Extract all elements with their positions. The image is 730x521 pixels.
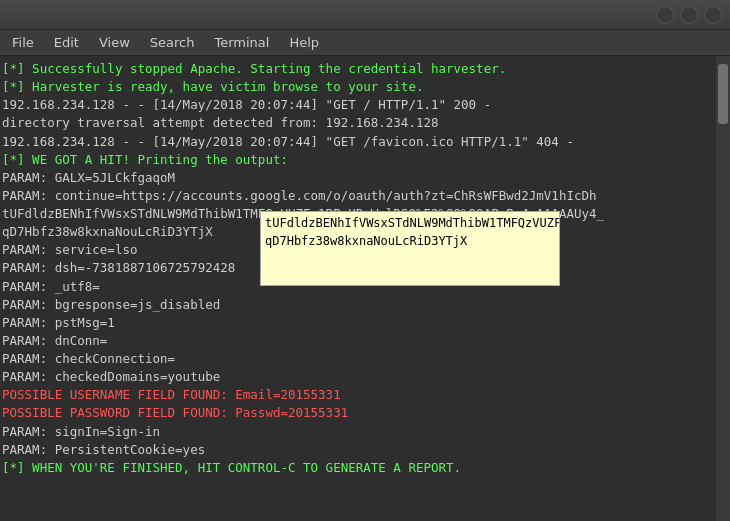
terminal-line: PARAM: PersistentCookie=yes: [2, 441, 714, 459]
menubar: FileEditViewSearchTerminalHelp: [0, 30, 730, 56]
terminal-line: POSSIBLE PASSWORD FIELD FOUND: Passwd=20…: [2, 404, 714, 422]
terminal-output[interactable]: [*] Successfully stopped Apache. Startin…: [0, 56, 716, 521]
menu-item-file[interactable]: File: [4, 33, 42, 52]
terminal-line: [*] Harvester is ready, have victim brow…: [2, 78, 714, 96]
close-button[interactable]: [704, 6, 722, 24]
scrollbar[interactable]: [716, 56, 730, 521]
terminal-line: directory traversal attempt detected fro…: [2, 114, 714, 132]
autocomplete-line: qD7Hbfz38w8kxnaNouLcRiD3YTjX: [265, 232, 555, 250]
autocomplete-popup: tUFdldzBENhIfVWsxSTdNLW9MdThibW1TMFQzVUZ…: [260, 211, 560, 286]
menu-item-edit[interactable]: Edit: [46, 33, 87, 52]
terminal-line: PARAM: GALX=5JLCkfgaqoM: [2, 169, 714, 187]
terminal-line: POSSIBLE USERNAME FIELD FOUND: Email=201…: [2, 386, 714, 404]
terminal-line: 192.168.234.128 - - [14/May/2018 20:07:4…: [2, 133, 714, 151]
menu-item-terminal[interactable]: Terminal: [206, 33, 277, 52]
minimize-button[interactable]: [656, 6, 674, 24]
menu-item-help[interactable]: Help: [281, 33, 327, 52]
terminal: [*] Successfully stopped Apache. Startin…: [0, 56, 730, 521]
maximize-button[interactable]: [680, 6, 698, 24]
terminal-line: [*] WE GOT A HIT! Printing the output:: [2, 151, 714, 169]
terminal-line: PARAM: dnConn=: [2, 332, 714, 350]
terminal-line: [*] WHEN YOU'RE FINISHED, HIT CONTROL-C …: [2, 459, 714, 477]
terminal-line: [*] Successfully stopped Apache. Startin…: [2, 60, 714, 78]
terminal-line: PARAM: continue=https://accounts.google.…: [2, 187, 714, 205]
menu-item-view[interactable]: View: [91, 33, 138, 52]
menu-item-search[interactable]: Search: [142, 33, 203, 52]
terminal-line: PARAM: pstMsg=1: [2, 314, 714, 332]
window-controls: [656, 6, 722, 24]
scroll-thumb[interactable]: [718, 64, 728, 124]
terminal-line: 192.168.234.128 - - [14/May/2018 20:07:4…: [2, 96, 714, 114]
terminal-line: PARAM: signIn=Sign-in: [2, 423, 714, 441]
autocomplete-line: tUFdldzBENhIfVWsxSTdNLW9MdThibW1TMFQzVUZ…: [265, 214, 555, 232]
terminal-line: PARAM: checkedDomains=youtube: [2, 368, 714, 386]
terminal-line: PARAM: bgresponse=js_disabled: [2, 296, 714, 314]
autocomplete-content: tUFdldzBENhIfVWsxSTdNLW9MdThibW1TMFQzVUZ…: [261, 212, 559, 252]
terminal-line: PARAM: checkConnection=: [2, 350, 714, 368]
titlebar: [0, 0, 730, 30]
